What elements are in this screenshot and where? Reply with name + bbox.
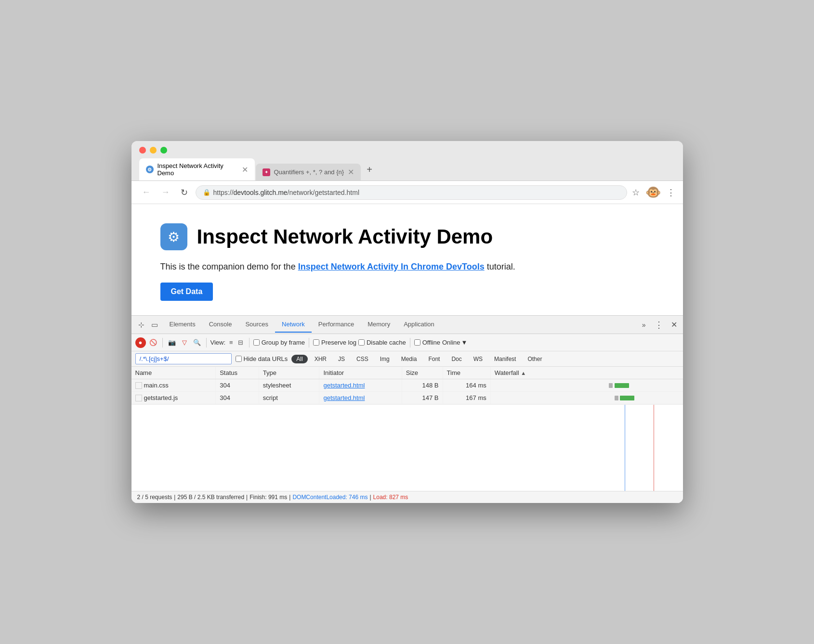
page-title: Inspect Network Activity Demo [197, 225, 493, 248]
view-group-icon[interactable]: ⊟ [236, 338, 245, 347]
filter-input[interactable]: /.*\.[cj]s+$/ [135, 353, 232, 364]
col-header-name[interactable]: Name [131, 367, 216, 379]
tab-close-active[interactable]: ✕ [242, 165, 248, 174]
filter-button[interactable]: ▽ [179, 337, 190, 348]
col-header-status[interactable]: Status [216, 367, 259, 379]
devtools-more-tabs-icon[interactable]: » [637, 318, 651, 332]
preserve-log-text: Preserve log [321, 339, 356, 346]
devtools-close-button[interactable]: ✕ [667, 317, 681, 332]
back-button[interactable]: ← [139, 186, 154, 198]
device-toolbar-icon[interactable]: ▭ [148, 318, 161, 332]
reload-button[interactable]: ↻ [178, 186, 191, 199]
screenshot-button[interactable]: 📷 [167, 337, 177, 348]
close-button[interactable] [139, 147, 146, 154]
table-row[interactable]: getstarted.js304scriptgetstarted.html147… [131, 392, 683, 404]
url-host: devtools.glitch.me [234, 189, 288, 196]
cell-size: 147 B [402, 392, 443, 404]
status-finish: Finish: 991 ms [249, 494, 287, 501]
group-by-frame-label[interactable]: Group by frame [253, 339, 305, 346]
new-tab-button[interactable]: + [362, 162, 377, 177]
tab-label-inactive: Quantifiers +, *, ? and {n} [274, 168, 344, 176]
record-button[interactable]: ● [135, 337, 146, 348]
tab-devtools[interactable]: ⚙ Inspect Network Activity Demo ✕ [139, 158, 255, 180]
col-header-time[interactable]: Time [443, 367, 490, 379]
filter-doc[interactable]: Doc [446, 355, 466, 363]
cell-name: getstarted.js [131, 392, 216, 404]
disable-cache-checkbox[interactable] [358, 339, 365, 346]
filter-css[interactable]: CSS [352, 355, 373, 363]
filter-xhr[interactable]: XHR [310, 355, 331, 363]
url-bar[interactable]: 🔒 https://devtools.glitch.me/network/get… [196, 185, 627, 200]
devtools-tab-application[interactable]: Application [397, 317, 441, 333]
filter-font[interactable]: Font [423, 355, 445, 363]
filter-manifest[interactable]: Manifest [489, 355, 521, 363]
maximize-button[interactable] [160, 147, 167, 154]
forward-button[interactable]: → [158, 186, 173, 198]
col-header-initiator[interactable]: Initiator [319, 367, 402, 379]
view-buttons: ≡ ⊟ [227, 338, 245, 347]
devtools-tab-performance[interactable]: Performance [312, 317, 361, 333]
minimize-button[interactable] [150, 147, 157, 154]
element-picker-icon[interactable]: ⊹ [135, 318, 147, 332]
cell-initiator[interactable]: getstarted.html [319, 392, 402, 404]
preserve-log-checkbox[interactable] [313, 339, 319, 346]
waterfall-lines-area [131, 405, 683, 491]
col-header-type[interactable]: Type [259, 367, 319, 379]
filter-other[interactable]: Other [523, 355, 547, 363]
file-icon [135, 395, 142, 401]
col-header-size[interactable]: Size [402, 367, 443, 379]
group-by-frame-checkbox[interactable] [253, 339, 260, 346]
status-dom-loaded: DOMContentLoaded: 746 ms [292, 494, 368, 501]
tab-close-inactive[interactable]: ✕ [348, 167, 354, 177]
devtools-tab-memory[interactable]: Memory [361, 317, 397, 333]
tab-quantifiers[interactable]: ✦ Quantifiers +, *, ? and {n} ✕ [256, 164, 361, 180]
quantifiers-tab-icon: ✦ [263, 168, 270, 176]
offline-checkbox[interactable] [414, 339, 420, 346]
devtools-menu-button[interactable]: ⋮ [651, 317, 667, 333]
cell-time: 167 ms [443, 392, 490, 404]
filter-all[interactable]: All [291, 355, 307, 363]
table-row[interactable]: main.css304stylesheetgetstarted.html148 … [131, 379, 683, 392]
search-button[interactable]: 🔍 [192, 337, 202, 348]
devtools-tab-elements[interactable]: Elements [163, 317, 202, 333]
devtools-tab-console[interactable]: Console [202, 317, 239, 333]
filter-img[interactable]: Img [375, 355, 394, 363]
status-sep3: | [289, 494, 290, 501]
online-dropdown[interactable]: Online ▼ [442, 339, 467, 346]
devtools-tab-network[interactable]: Network [275, 317, 312, 333]
hide-data-urls-checkbox[interactable] [236, 356, 242, 362]
initiator-link[interactable]: getstarted.html [323, 382, 365, 389]
avatar-icon[interactable]: 🐵 [645, 185, 661, 200]
subtitle-link[interactable]: Inspect Network Activity In Chrome DevTo… [298, 262, 485, 271]
url-path: /network/getstarted.html [288, 189, 359, 196]
toolbar-right: ☆ 🐵 ⋮ [632, 185, 675, 200]
bookmark-icon[interactable]: ☆ [632, 187, 640, 198]
preserve-log-label[interactable]: Preserve log [313, 339, 356, 346]
menu-icon[interactable]: ⋮ [667, 187, 675, 198]
page-header: ⚙ Inspect Network Activity Demo [160, 223, 654, 250]
devtools-left-icons: ⊹ ▭ [133, 318, 163, 332]
offline-label[interactable]: Offline [414, 339, 440, 346]
waterfall-bar-container [495, 395, 679, 401]
hide-data-urls-label[interactable]: Hide data URLs [236, 355, 288, 362]
table-header-row: Name Status Type Initiator Size Time Wat… [131, 367, 683, 379]
status-sep2: | [246, 494, 248, 501]
file-name: main.css [144, 382, 169, 389]
cell-initiator[interactable]: getstarted.html [319, 379, 402, 392]
get-data-button[interactable]: Get Data [160, 283, 213, 301]
view-list-icon[interactable]: ≡ [227, 338, 235, 347]
col-header-waterfall[interactable]: Waterfall ▲ [490, 367, 683, 379]
network-table-container: Name Status Type Initiator Size Time Wat… [131, 367, 683, 404]
filter-media[interactable]: Media [396, 355, 422, 363]
online-dropdown-arrow: ▼ [461, 339, 468, 346]
devtools-panel: ⊹ ▭ Elements Console Sources Network Per… [131, 315, 683, 503]
initiator-link[interactable]: getstarted.html [323, 394, 365, 401]
devtools-tab-sources[interactable]: Sources [238, 317, 275, 333]
clear-button[interactable]: 🚫 [148, 337, 158, 348]
disable-cache-label[interactable]: Disable cache [358, 339, 406, 346]
filter-types: All XHR JS CSS Img Media Font Doc WS Man… [291, 355, 547, 363]
subtitle-after: tutorial. [485, 262, 515, 271]
filter-ws[interactable]: WS [469, 355, 487, 363]
filter-js[interactable]: JS [333, 355, 350, 363]
status-transferred: 295 B / 2.5 KB transferred [177, 494, 244, 501]
